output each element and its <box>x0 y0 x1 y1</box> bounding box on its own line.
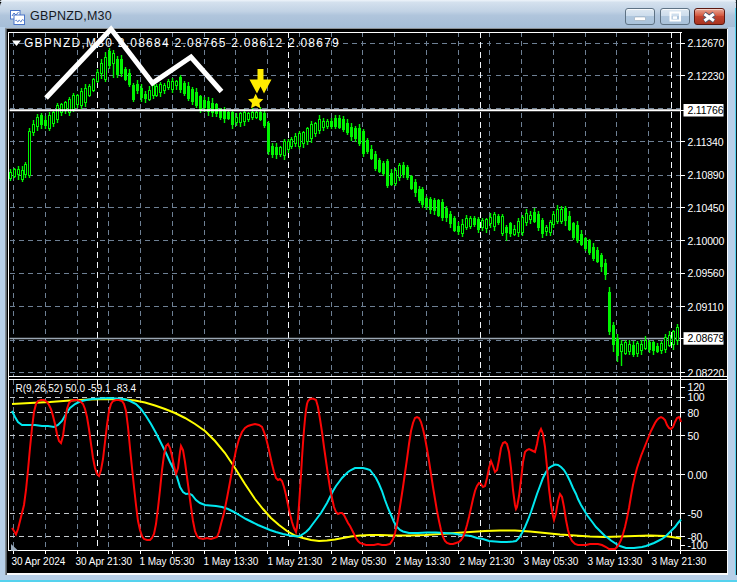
svg-text:2.12230: 2.12230 <box>688 70 725 82</box>
svg-text:2.12670: 2.12670 <box>688 37 725 49</box>
svg-text:1 May 13:30: 1 May 13:30 <box>203 556 258 567</box>
svg-text:100: 100 <box>688 391 705 403</box>
svg-text:30 Apr 21:30: 30 Apr 21:30 <box>75 556 132 567</box>
svg-text:2.10890: 2.10890 <box>688 169 725 181</box>
svg-text:2.08220: 2.08220 <box>688 367 725 379</box>
svg-text:30 Apr 2024: 30 Apr 2024 <box>11 556 65 567</box>
svg-text:0.00: 0.00 <box>688 469 708 481</box>
svg-text:3 May 21:30: 3 May 21:30 <box>651 556 706 567</box>
svg-text:2 May 05:30: 2 May 05:30 <box>331 556 386 567</box>
svg-text:2.11766: 2.11766 <box>688 104 724 116</box>
svg-text:R(9,26,52) 50.0 -59.1 -83.4: R(9,26,52) 50.0 -59.1 -83.4 <box>16 383 137 394</box>
svg-text:2.10450: 2.10450 <box>688 202 725 214</box>
svg-text:1 May 05:30: 1 May 05:30 <box>139 556 194 567</box>
svg-text:2 May 13:30: 2 May 13:30 <box>395 556 450 567</box>
svg-text:2.10000: 2.10000 <box>688 235 725 247</box>
svg-text:50: 50 <box>688 430 700 442</box>
svg-text:GBPNZD,M30 2.08684 2.08765 2.0: GBPNZD,M30 2.08684 2.08765 2.08612 2.086… <box>24 36 340 50</box>
svg-text:2.08679: 2.08679 <box>688 332 725 344</box>
svg-text:2.09560: 2.09560 <box>688 267 725 279</box>
svg-text:3 May 13:30: 3 May 13:30 <box>587 556 642 567</box>
svg-text:2.09110: 2.09110 <box>688 301 724 313</box>
svg-text:3 May 05:30: 3 May 05:30 <box>523 556 578 567</box>
svg-text:2.11340: 2.11340 <box>688 136 724 148</box>
svg-text:-100: -100 <box>688 539 709 551</box>
svg-text:-50: -50 <box>688 508 703 520</box>
svg-text:2 May 21:30: 2 May 21:30 <box>459 556 514 567</box>
svg-text:1 May 21:30: 1 May 21:30 <box>267 556 322 567</box>
svg-text:80: 80 <box>688 407 700 419</box>
